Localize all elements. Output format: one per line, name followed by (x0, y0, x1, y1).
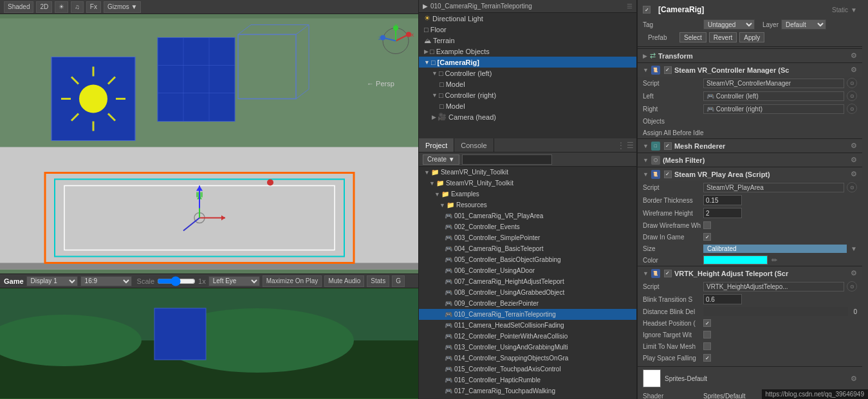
script-value-height[interactable]: VRTK_HeightAdjustTelepo... (703, 282, 844, 292)
maximize-button[interactable]: Maximize On Play (263, 275, 322, 287)
tab-project[interactable]: Project (419, 138, 454, 152)
hierarchy-item-controller-right[interactable]: ▼ □ Controller (right) (419, 89, 636, 100)
script-circle-ctrl[interactable]: ⊙ (847, 78, 857, 88)
project-item-016[interactable]: 🎮 016_Controller_HapticRumble (419, 375, 636, 385)
project-item-004[interactable]: 🎮 004_CameraRig_BasicTeleport (419, 243, 636, 254)
script-circle-play[interactable]: ⊙ (847, 182, 857, 192)
ctrl-manager-settings-icon[interactable]: ⚙ (851, 66, 857, 74)
hierarchy-item-camera-head[interactable]: ▶ 🎥 Camera (head) (419, 111, 636, 122)
display-select[interactable]: Display 1 (26, 276, 78, 286)
right-circle[interactable]: ⊙ (847, 104, 857, 114)
audio-button[interactable]: ♫ (71, 1, 84, 13)
project-item-009[interactable]: 🎮 009_Controller_BezierPointer (419, 298, 636, 309)
project-item-002[interactable]: 🎮 002_Controller_Events (419, 221, 636, 232)
distance-blink-bar[interactable] (703, 307, 848, 316)
left-value[interactable]: 🎮 Controller (left) (703, 91, 844, 101)
tab-console[interactable]: Console (454, 138, 494, 152)
left-circle[interactable]: ⊙ (847, 91, 857, 101)
project-item-resources[interactable]: ▼ 📁 Resources (419, 200, 636, 210)
mute-button[interactable]: Mute Audio (324, 275, 364, 287)
play-area-checkbox[interactable] (664, 171, 672, 178)
2d-button[interactable]: 2D (36, 1, 52, 13)
ctrl-right-icon: □ (439, 91, 443, 99)
transform-settings-icon[interactable]: ⚙ (851, 51, 857, 60)
mesh-renderer-section[interactable]: ▼ □ Mesh Renderer ⚙ (638, 138, 862, 153)
project-item-examples[interactable]: ▼ 📁 Examples (419, 189, 636, 200)
project-item-015[interactable]: 🎮 015_Controller_TouchpadAxisControl (419, 364, 636, 375)
project-item-003[interactable]: 🎮 003_Controller_SimplePointer (419, 232, 636, 243)
draw-wireframe-row: Draw Wireframe Wh (638, 219, 862, 231)
hierarchy-item-example-objects[interactable]: ▶ □ Example Objects (419, 46, 636, 57)
height-adjust-checkbox[interactable] (664, 270, 672, 277)
create-button[interactable]: Create ▼ (423, 154, 459, 165)
draw-wireframe-checkbox[interactable] (703, 221, 711, 229)
active-checkbox[interactable] (643, 6, 651, 14)
hierarchy-item-terrain[interactable]: ⛰ Terrain (419, 35, 636, 46)
scale-slider[interactable] (157, 276, 196, 286)
steamvr-ctrl-manager-section[interactable]: ▼ 📜 Steam VR_Controller Manager (Sc ⚙ (638, 62, 862, 77)
ctrl-manager-checkbox[interactable] (664, 66, 672, 74)
stats-button[interactable]: Stats (367, 275, 389, 287)
size-arrow[interactable]: ▼ (851, 245, 857, 252)
hierarchy-item-camerarig[interactable]: ▼ □ [CameraRig] (419, 57, 636, 68)
play-area-section[interactable]: ▼ 📜 Steam VR_Play Area (Script) ⚙ (638, 167, 862, 181)
limit-nav-checkbox[interactable] (703, 342, 711, 350)
project-item-008[interactable]: 🎮 008_Controller_UsingAGrabbedObject (419, 287, 636, 298)
project-item-steamvr-toolkit-2[interactable]: ▼ 📁 SteamVR_Unity_Toolkit (419, 178, 636, 189)
color-swatch[interactable] (703, 255, 768, 264)
select-button[interactable]: Select (679, 32, 706, 42)
sprites-icons[interactable]: ⚙ (851, 375, 857, 383)
shaded-button[interactable]: Shaded (4, 1, 33, 13)
hierarchy-item-directional-light[interactable]: ☀ Directional Light (419, 13, 636, 24)
project-item-014[interactable]: 🎮 014_Controller_SnappingObjectsOnGra (419, 353, 636, 364)
revert-button[interactable]: Revert (709, 32, 737, 42)
gizmos-button[interactable]: Gizmos ▼ (104, 1, 142, 13)
layer-select[interactable]: Default (781, 19, 826, 30)
project-item-017[interactable]: 🎮 017_CameraRig_TouchpadWalking (419, 385, 636, 396)
mesh-filter-section[interactable]: ▼ ⬡ (Mesh Filter) ⚙ (638, 153, 862, 167)
eye-select[interactable]: Left Eye (208, 276, 260, 286)
project-item-011[interactable]: 🎮 011_Camera_HeadSetCollisionFading (419, 320, 636, 331)
mesh-renderer-checkbox[interactable] (664, 142, 672, 150)
draw-in-game-checkbox[interactable] (703, 233, 711, 241)
height-adjust-settings-icon[interactable]: ⚙ (851, 269, 857, 277)
hierarchy-item-model-right[interactable]: □ Model (419, 100, 636, 111)
project-item-012[interactable]: 🎮 012_Controller_PointerWithAreaCollisio (419, 331, 636, 342)
project-item-013[interactable]: 🎮 013_Controller_UsingAndGrabbingMulti (419, 342, 636, 353)
light-button[interactable]: ☀ (55, 1, 68, 13)
hierarchy-item-floor[interactable]: □ Floor (419, 24, 636, 35)
play-area-settings-icon[interactable]: ⚙ (851, 170, 857, 178)
hierarchy-item-controller-left[interactable]: ▼ □ Controller (left) (419, 68, 636, 79)
script-value-play[interactable]: SteamVR_PlayArea (703, 183, 844, 192)
mesh-renderer-settings-icon[interactable]: ⚙ (851, 142, 857, 150)
script-circle-height[interactable]: ⊙ (847, 281, 857, 292)
project-item-001[interactable]: 🎮 001_CameraRig_VR_PlayArea (419, 210, 636, 221)
transform-section[interactable]: ▶ ⇄ Transform ⚙ (638, 48, 862, 62)
project-search[interactable] (462, 154, 552, 165)
ignore-target-checkbox[interactable] (703, 331, 711, 339)
project-item-steamvr-toolkit-1[interactable]: ▼ 📁 SteamVR_Unity_Toolkit (419, 167, 636, 178)
height-adjust-section[interactable]: ▼ 📜 VRTK_Height Adjust Teleport (Scr ⚙ (638, 266, 862, 280)
play-space-checkbox[interactable] (703, 354, 711, 362)
project-item-010[interactable]: 🎮 010_CameraRig_TerrainTeleporting (419, 309, 636, 320)
hierarchy-item-model-left[interactable]: □ Model (419, 79, 636, 89)
fx-button[interactable]: Fx (86, 1, 101, 13)
border-thickness-input[interactable] (703, 195, 742, 205)
ratio-select[interactable]: 16:9 (80, 276, 132, 286)
size-value[interactable]: Calibrated (703, 245, 847, 253)
g-button[interactable]: G (392, 275, 405, 287)
tag-select[interactable]: Untagged (703, 19, 755, 30)
wireframe-height-input[interactable] (703, 208, 742, 218)
mesh-filter-settings-icon[interactable]: ⚙ (851, 156, 857, 164)
project-item-007[interactable]: 🎮 007_CameraRig_HeightAdjustTeleport (419, 276, 636, 287)
color-picker-icon[interactable]: ✏ (771, 256, 777, 264)
project-item-006[interactable]: 🎮 006_Controller_UsingADoor (419, 265, 636, 276)
headset-position-checkbox[interactable] (703, 319, 711, 327)
right-value[interactable]: 🎮 Controller (right) (703, 104, 844, 114)
script-value-ctrl[interactable]: SteamVR_ControllerManager (703, 79, 844, 88)
apply-button[interactable]: Apply (739, 32, 764, 42)
project-item-018[interactable]: 🎮 018_CameraRig_FramesPerSecondCou (419, 396, 636, 399)
hierarchy-menu-icon[interactable]: ☰ (627, 3, 633, 10)
blink-transition-input[interactable] (703, 294, 742, 304)
project-item-005[interactable]: 🎮 005_Controller_BasicObjectGrabbing (419, 254, 636, 265)
